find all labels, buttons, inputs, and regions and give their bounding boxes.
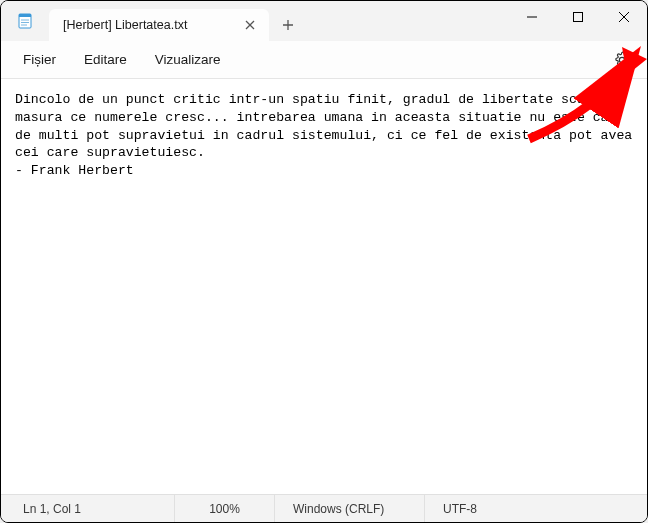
document-tab[interactable]: [Herbert] Libertatea.txt <box>49 9 269 41</box>
statusbar: Ln 1, Col 1 100% Windows (CRLF) UTF-8 <box>1 494 647 522</box>
minimize-icon <box>527 12 537 22</box>
menubar: Fișier Editare Vizualizare <box>1 41 647 79</box>
window-controls <box>509 1 647 33</box>
maximize-icon <box>573 12 583 22</box>
new-tab-button[interactable] <box>273 10 303 40</box>
minimize-button[interactable] <box>509 1 555 33</box>
titlebar: [Herbert] Libertatea.txt <box>1 1 647 41</box>
status-zoom[interactable]: 100% <box>175 495 275 522</box>
close-icon <box>619 12 629 22</box>
text-editor[interactable]: Dincolo de un punct critic intr-un spati… <box>1 79 647 494</box>
menu-edit[interactable]: Editare <box>70 46 141 73</box>
menu-view[interactable]: Vizualizare <box>141 46 235 73</box>
svg-rect-10 <box>574 13 583 22</box>
tab-close-button[interactable] <box>241 16 259 34</box>
notepad-window: [Herbert] Libertatea.txt <box>0 0 648 523</box>
app-icon-wrap <box>1 1 49 41</box>
notepad-app-icon <box>17 13 33 29</box>
svg-rect-1 <box>19 14 31 17</box>
status-encoding[interactable]: UTF-8 <box>425 495 643 522</box>
gear-icon <box>613 51 631 69</box>
close-icon <box>245 20 255 30</box>
status-line-ending[interactable]: Windows (CRLF) <box>275 495 425 522</box>
maximize-button[interactable] <box>555 1 601 33</box>
settings-button[interactable] <box>605 43 639 77</box>
plus-icon <box>282 19 294 31</box>
close-window-button[interactable] <box>601 1 647 33</box>
menu-file[interactable]: Fișier <box>9 46 70 73</box>
tab-title: [Herbert] Libertatea.txt <box>63 18 233 32</box>
status-position[interactable]: Ln 1, Col 1 <box>5 495 175 522</box>
